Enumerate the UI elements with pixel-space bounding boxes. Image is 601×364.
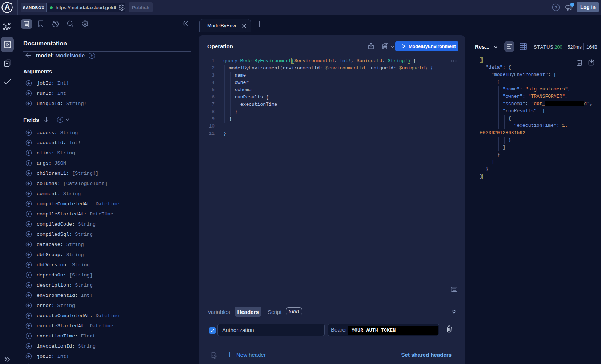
svg-text:?: ? — [554, 5, 557, 10]
svg-text:A: A — [4, 3, 10, 12]
